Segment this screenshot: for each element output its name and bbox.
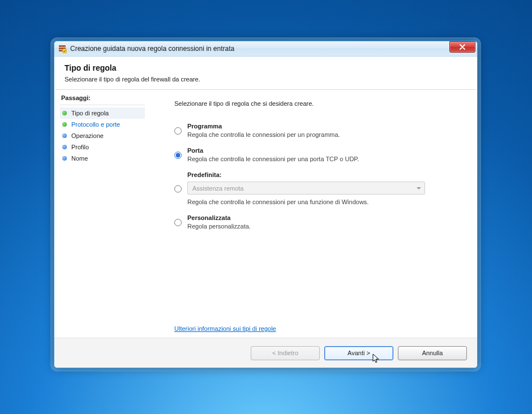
option-label: Predefinita:	[187, 171, 425, 178]
page-subtitle: Selezionare il tipo di regola del firewa…	[65, 76, 467, 83]
bullet-icon	[62, 133, 67, 138]
close-icon	[459, 44, 466, 50]
sidebar-title: Passaggi:	[60, 92, 145, 105]
step-label: Protocollo e porte	[71, 121, 120, 128]
step-protocollo-e-porte[interactable]: Protocollo e porte	[60, 119, 145, 130]
option-label: Porta	[187, 147, 359, 154]
title-bar: Creazione guidata nuova regola connessio…	[54, 41, 477, 57]
option-desc: Regola che controlla le connessioni per …	[187, 199, 425, 205]
radio-predefinita[interactable]	[174, 172, 182, 205]
wizard-body: Passaggi: Tipo di regola Protocollo e po…	[54, 90, 477, 338]
option-personalizzata[interactable]: Personalizzata Regola personalizzata.	[174, 214, 464, 230]
step-label: Tipo di regola	[71, 110, 109, 117]
predefinita-dropdown: Assistenza remota	[187, 182, 425, 195]
intro-text: Selezionare il tipo di regola che si des…	[174, 100, 464, 107]
bullet-icon	[62, 111, 67, 115]
firewall-icon	[58, 44, 67, 53]
steps-sidebar: Passaggi: Tipo di regola Protocollo e po…	[54, 90, 151, 338]
more-info-link[interactable]: Ulteriori informazioni sui tipi di regol…	[174, 325, 276, 332]
cursor-icon	[372, 353, 380, 364]
option-label: Personalizzata	[187, 214, 251, 221]
next-button[interactable]: Avanti >	[324, 346, 393, 360]
option-programma[interactable]: Programma Regola che controlla le connes…	[174, 123, 464, 138]
option-desc: Regola che controlla le connessioni per …	[187, 156, 359, 162]
bullet-icon	[62, 145, 67, 149]
radio-programma[interactable]	[174, 124, 182, 138]
back-button: < Indietro	[251, 346, 320, 360]
more-info-section: Ulteriori informazioni sui tipi di regol…	[174, 308, 464, 332]
window-title: Creazione guidata nuova regola connessio…	[70, 45, 446, 53]
step-label: Operazione	[71, 132, 104, 139]
option-desc: Regola personalizzata.	[187, 223, 251, 230]
step-nome[interactable]: Nome	[60, 153, 145, 164]
option-desc: Regola che controlla le connessioni per …	[187, 131, 340, 138]
rule-type-options: Programma Regola che controlla le connes…	[174, 123, 464, 230]
close-button[interactable]	[449, 41, 475, 53]
chevron-down-icon	[417, 187, 421, 189]
wizard-footer: < Indietro Avanti > Annulla	[54, 338, 477, 368]
option-label: Programma	[187, 123, 340, 130]
bullet-icon	[62, 122, 67, 127]
bullet-icon	[62, 156, 67, 161]
page-title: Tipo di regola	[65, 63, 467, 72]
step-label: Nome	[71, 155, 88, 162]
option-porta[interactable]: Porta Regola che controlla le connession…	[174, 147, 464, 162]
dropdown-value: Assistenza remota	[192, 185, 243, 192]
radio-porta[interactable]	[174, 148, 182, 162]
next-button-label: Avanti >	[347, 350, 370, 356]
wizard-window: Creazione guidata nuova regola connessio…	[54, 41, 478, 368]
step-profilo[interactable]: Profilo	[60, 141, 145, 153]
option-predefinita[interactable]: Predefinita: Assistenza remota Regola ch…	[174, 171, 464, 205]
step-tipo-di-regola[interactable]: Tipo di regola	[60, 107, 145, 119]
wizard-main: Selezionare il tipo di regola che si des…	[151, 90, 477, 338]
wizard-header: Tipo di regola Selezionare il tipo di re…	[54, 57, 477, 89]
step-operazione[interactable]: Operazione	[60, 130, 145, 141]
step-label: Profilo	[71, 144, 89, 150]
cancel-button[interactable]: Annulla	[398, 346, 467, 360]
radio-personalizzata[interactable]	[174, 215, 182, 230]
